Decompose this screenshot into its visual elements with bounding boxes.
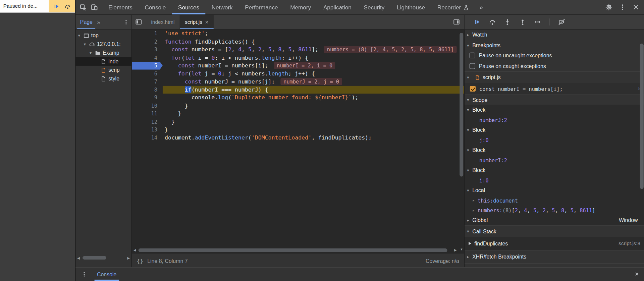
breakpoint-file-group[interactable]: ▾script.js bbox=[465, 71, 644, 83]
tab-console[interactable]: Console bbox=[139, 0, 172, 14]
code-line[interactable]: 2function findDuplicates() { bbox=[132, 38, 464, 46]
step-over-icon[interactable] bbox=[489, 18, 496, 25]
scope-variable-numberj[interactable]: numberJ: 2 bbox=[465, 115, 644, 125]
editor-vertical-scrollbar[interactable] bbox=[460, 33, 463, 177]
breakpoint-entry[interactable]: const numberI = numbers[i];5 bbox=[465, 83, 644, 94]
scrollbar-thumb[interactable] bbox=[139, 248, 447, 252]
scope-section-local[interactable]: ▾Local bbox=[465, 185, 644, 195]
code-line[interactable]: 4 for(let i = 0; i < numbers.length; i++… bbox=[132, 54, 464, 62]
code-line[interactable]: 14document.addEventListener('DOMContentL… bbox=[132, 134, 464, 142]
scope-variable-i[interactable]: i: 0 bbox=[465, 175, 644, 185]
tab-sources[interactable]: Sources bbox=[172, 0, 206, 14]
tab-console-drawer[interactable]: Console bbox=[95, 268, 119, 281]
scope-variable-this[interactable]: ▸this: document bbox=[465, 195, 644, 205]
tab-recorder[interactable]: Recorder bbox=[431, 0, 475, 14]
code-editor[interactable]: 1'use strict';2function findDuplicates()… bbox=[132, 30, 464, 246]
scope-variable-j[interactable]: j: 0 bbox=[465, 135, 644, 145]
tree-item-127-0-0-1[interactable]: ▾127.0.0.1: bbox=[75, 40, 131, 49]
step-out-icon[interactable] bbox=[519, 18, 526, 25]
line-number-breakpoint[interactable]: 5 bbox=[132, 62, 163, 70]
chevron-down-icon[interactable]: ▾ bbox=[467, 108, 472, 112]
navigator-more-tabs-chevron[interactable]: » bbox=[97, 19, 100, 25]
line-number[interactable]: 14 bbox=[132, 134, 163, 142]
drawer-close-icon[interactable]: × bbox=[635, 271, 644, 278]
device-toolbar-icon[interactable] bbox=[91, 4, 98, 11]
inspect-icon[interactable] bbox=[80, 4, 87, 11]
chevron-right-icon[interactable]: ▸ bbox=[472, 208, 478, 212]
resume-icon[interactable] bbox=[54, 3, 60, 9]
step-over-icon[interactable] bbox=[64, 3, 70, 9]
settings-gear-icon[interactable] bbox=[605, 4, 612, 11]
section-dom-breakpoints[interactable]: ▸DOM Breakpoints bbox=[465, 263, 644, 267]
tree-item-style[interactable]: style bbox=[75, 74, 131, 83]
chevron-down-icon[interactable]: ▾ bbox=[467, 168, 472, 172]
scrollbar-track[interactable] bbox=[138, 248, 452, 252]
checkbox[interactable] bbox=[470, 63, 475, 69]
line-number[interactable]: 13 bbox=[132, 126, 163, 134]
code-line[interactable]: 11 } bbox=[132, 110, 464, 118]
expand-arrow-icon[interactable]: ▾ bbox=[84, 42, 89, 46]
navigator-horizontal-scrollbar[interactable]: ◀ ▶ bbox=[76, 256, 131, 261]
tab-lighthouse[interactable]: Lighthouse bbox=[391, 0, 431, 14]
code-line[interactable]: 3 const numbers = [2, 4, 5, 2, 5, 8, 5, … bbox=[132, 46, 464, 54]
code-line[interactable]: 5 const numberI = numbers[i];numberI = 2… bbox=[132, 62, 464, 70]
scope-section-block[interactable]: ▾Block bbox=[465, 165, 644, 175]
chevron-right-icon[interactable]: ▸ bbox=[467, 255, 472, 259]
line-number[interactable]: 7 bbox=[132, 77, 163, 86]
section-call-stack[interactable]: ▾Call Stack bbox=[465, 225, 644, 237]
call-stack-frame[interactable]: findDuplicatesscript.js:8 bbox=[465, 237, 644, 250]
tree-item-examp[interactable]: ▾Examp bbox=[75, 48, 131, 57]
line-number[interactable]: 9 bbox=[132, 94, 163, 102]
file-tab-index-html[interactable]: index.html bbox=[146, 15, 180, 29]
kebab-menu-icon[interactable] bbox=[123, 19, 129, 25]
section-breakpoints[interactable]: ▾Breakpoints bbox=[465, 40, 644, 50]
editor-horizontal-scrollbar[interactable]: ◀ ▶ bbox=[132, 246, 458, 254]
scope-variable-numbers[interactable]: ▸numbers: (8) [2, 4, 5, 2, 5, 8, 5, 8611… bbox=[465, 205, 644, 215]
tree-item-top[interactable]: ▾top bbox=[75, 31, 131, 40]
code-line[interactable]: 12 } bbox=[132, 118, 464, 126]
code-line[interactable]: 7 const numberJ = numbers[j];numberJ = 2… bbox=[132, 77, 464, 86]
section-watch[interactable]: ▸Watch bbox=[465, 30, 644, 40]
code-line[interactable]: 9 console.log(`Duplicate number found: $… bbox=[132, 94, 464, 102]
tab-elements[interactable]: Elements bbox=[102, 0, 139, 14]
tab-memory[interactable]: Memory bbox=[284, 0, 317, 14]
code-line[interactable]: 8 if(numberI === numberJ) { bbox=[132, 86, 464, 94]
tab-performance[interactable]: Performance bbox=[239, 0, 284, 14]
section-scope[interactable]: ▾Scope bbox=[465, 95, 644, 105]
line-number[interactable]: 2 bbox=[132, 38, 163, 46]
deactivate-breakpoints-icon[interactable] bbox=[558, 18, 565, 25]
scope-section-global[interactable]: ▸GlobalWindow bbox=[465, 215, 644, 226]
section-xhr-fetch-breakpoints[interactable]: ▸XHR/fetch Breakpoints bbox=[465, 250, 644, 263]
scrollbar-thumb[interactable] bbox=[83, 256, 106, 260]
tab-network[interactable]: Network bbox=[205, 0, 239, 14]
more-tabs-chevron[interactable]: » bbox=[475, 4, 487, 11]
sidebar-scrollbar[interactable] bbox=[640, 44, 644, 189]
scroll-right-arrow-icon[interactable]: ▶ bbox=[454, 248, 457, 252]
close-tab-icon[interactable]: × bbox=[205, 19, 208, 25]
line-number[interactable]: 11 bbox=[132, 110, 163, 118]
code-line[interactable]: 13} bbox=[132, 126, 464, 134]
step-icon[interactable] bbox=[534, 18, 541, 25]
tab-application[interactable]: Application bbox=[317, 0, 358, 14]
panel-left-icon[interactable] bbox=[135, 18, 142, 25]
code-line[interactable]: 6 for(let j = 0; j < numbers.length; j++… bbox=[132, 70, 464, 78]
chevron-down-icon[interactable]: ▾ bbox=[467, 98, 472, 102]
file-tab-script-js[interactable]: script.js× bbox=[180, 15, 214, 29]
tab-page[interactable]: Page bbox=[75, 15, 97, 29]
kebab-menu-icon[interactable] bbox=[81, 271, 87, 277]
tree-item-scrip[interactable]: scrip bbox=[75, 66, 131, 74]
code-line[interactable]: 10 } bbox=[132, 102, 464, 110]
panel-right-icon[interactable] bbox=[453, 18, 460, 25]
expand-arrow-icon[interactable]: ▾ bbox=[90, 51, 95, 55]
step-into-icon[interactable] bbox=[504, 18, 511, 25]
kebab-menu-icon[interactable] bbox=[619, 4, 626, 11]
chevron-down-icon[interactable]: ▾ bbox=[467, 188, 472, 192]
scope-variable-numberi[interactable]: numberI: 2 bbox=[465, 155, 644, 165]
line-number[interactable]: 8 bbox=[132, 86, 163, 94]
chevron-down-icon[interactable]: ▾ bbox=[467, 229, 472, 233]
breakpoint-checkbox[interactable] bbox=[470, 86, 476, 92]
checkbox[interactable] bbox=[470, 53, 475, 58]
scope-section-block[interactable]: ▾Block bbox=[465, 125, 644, 135]
chevron-down-icon[interactable]: ▾ bbox=[467, 75, 472, 79]
scope-section-block[interactable]: ▾Block bbox=[465, 145, 644, 155]
